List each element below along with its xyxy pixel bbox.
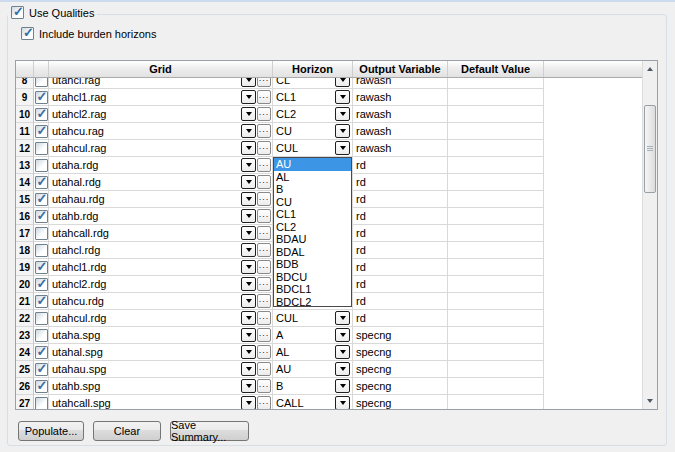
default-value-cell[interactable] — [448, 395, 544, 409]
row-checkbox[interactable] — [35, 108, 48, 121]
scroll-up-button[interactable] — [643, 61, 657, 77]
row-checkbox[interactable] — [35, 278, 48, 291]
horizon-dropdown-button[interactable] — [335, 78, 350, 87]
grid-browse-button[interactable]: ... — [257, 294, 271, 308]
grid-dropdown-button[interactable] — [241, 175, 256, 189]
default-value-cell[interactable] — [448, 157, 544, 174]
use-qualities-checkbox-row[interactable]: Use Qualities — [8, 6, 97, 19]
grid-browse-button[interactable]: ... — [257, 362, 271, 376]
populate-button[interactable]: Populate... — [18, 421, 84, 441]
grid-browse-button[interactable]: ... — [257, 175, 271, 189]
grid-browse-button[interactable]: ... — [257, 192, 271, 206]
dropdown-option[interactable]: CU — [274, 196, 351, 209]
grid-dropdown-button[interactable] — [241, 243, 256, 257]
row-checkbox[interactable] — [35, 142, 48, 155]
default-value-cell[interactable] — [448, 276, 544, 293]
grid-browse-button[interactable]: ... — [257, 328, 271, 342]
horizon-dropdown-button[interactable] — [335, 328, 350, 342]
dropdown-option[interactable]: AU — [274, 158, 351, 171]
default-value-cell[interactable] — [448, 106, 544, 123]
default-value-cell[interactable] — [448, 208, 544, 225]
dropdown-option[interactable]: BDCL2 — [274, 296, 351, 309]
horizon-dropdown-button[interactable] — [335, 345, 350, 359]
horizon-dropdown-button[interactable] — [335, 396, 350, 409]
dropdown-option[interactable]: BDCU — [274, 271, 351, 284]
grid-browse-button[interactable]: ... — [257, 158, 271, 172]
row-checkbox[interactable] — [35, 159, 48, 172]
default-value-cell[interactable] — [448, 140, 544, 157]
default-value-cell[interactable] — [448, 174, 544, 191]
horizon-dropdown-button[interactable] — [335, 311, 350, 325]
dropdown-option[interactable]: AL — [274, 171, 351, 184]
grid-dropdown-button[interactable] — [241, 226, 256, 240]
row-checkbox[interactable] — [35, 125, 48, 138]
row-checkbox[interactable] — [35, 346, 48, 359]
default-value-cell[interactable] — [448, 259, 544, 276]
grid-dropdown-button[interactable] — [241, 379, 256, 393]
row-checkbox[interactable] — [35, 363, 48, 376]
scrollbar-thumb[interactable] — [644, 105, 656, 193]
grid-browse-button[interactable]: ... — [257, 311, 271, 325]
row-checkbox[interactable] — [35, 91, 48, 104]
grid-browse-button[interactable]: ... — [257, 78, 271, 87]
vertical-scrollbar[interactable] — [642, 61, 657, 409]
grid-dropdown-button[interactable] — [241, 78, 256, 87]
grid-browse-button[interactable]: ... — [257, 396, 271, 409]
use-qualities-checkbox[interactable] — [11, 6, 24, 19]
row-checkbox[interactable] — [35, 380, 48, 393]
row-checkbox[interactable] — [35, 295, 48, 308]
grid-browse-button[interactable]: ... — [257, 345, 271, 359]
grid-browse-button[interactable]: ... — [257, 243, 271, 257]
horizon-dropdown-button[interactable] — [335, 362, 350, 376]
grid-dropdown-button[interactable] — [241, 345, 256, 359]
grid-dropdown-button[interactable] — [241, 396, 256, 409]
row-checkbox[interactable] — [35, 210, 48, 223]
row-checkbox[interactable] — [35, 312, 48, 325]
grid-browse-button[interactable]: ... — [257, 379, 271, 393]
header-horizon[interactable]: Horizon — [273, 61, 353, 77]
dropdown-option[interactable]: CL1 — [274, 208, 351, 221]
grid-browse-button[interactable]: ... — [257, 141, 271, 155]
row-checkbox[interactable] — [35, 329, 48, 342]
row-checkbox[interactable] — [35, 176, 48, 189]
default-value-cell[interactable] — [448, 344, 544, 361]
grid-dropdown-button[interactable] — [241, 311, 256, 325]
dropdown-option[interactable]: BDB — [274, 258, 351, 271]
default-value-cell[interactable] — [448, 293, 544, 310]
row-checkbox[interactable] — [35, 227, 48, 240]
include-burden-checkbox-row[interactable]: Include burden horizons — [18, 27, 159, 40]
row-checkbox[interactable] — [35, 193, 48, 206]
row-checkbox[interactable] — [35, 261, 48, 274]
grid-dropdown-button[interactable] — [241, 328, 256, 342]
grid-dropdown-button[interactable] — [241, 362, 256, 376]
row-checkbox[interactable] — [35, 397, 48, 410]
default-value-cell[interactable] — [448, 225, 544, 242]
grid-dropdown-button[interactable] — [241, 209, 256, 223]
row-checkbox[interactable] — [35, 244, 48, 257]
default-value-cell[interactable] — [448, 310, 544, 327]
dropdown-option[interactable]: CL2 — [274, 221, 351, 234]
default-value-cell[interactable] — [448, 327, 544, 344]
default-value-cell[interactable] — [448, 361, 544, 378]
grid-dropdown-button[interactable] — [241, 192, 256, 206]
default-value-cell[interactable] — [448, 89, 544, 106]
grid-dropdown-button[interactable] — [241, 158, 256, 172]
horizon-dropdown-button[interactable] — [335, 379, 350, 393]
default-value-cell[interactable] — [448, 78, 544, 89]
header-default-value[interactable]: Default Value — [448, 61, 544, 77]
grid-dropdown-button[interactable] — [241, 294, 256, 308]
grid-browse-button[interactable]: ... — [257, 226, 271, 240]
default-value-cell[interactable] — [448, 123, 544, 140]
dropdown-option[interactable]: BDAL — [274, 246, 351, 259]
grid-browse-button[interactable]: ... — [257, 124, 271, 138]
grid-dropdown-button[interactable] — [241, 90, 256, 104]
horizon-dropdown-button[interactable] — [335, 141, 350, 155]
dropdown-option[interactable]: BDCL1 — [274, 283, 351, 296]
grid-browse-button[interactable]: ... — [257, 107, 271, 121]
include-burden-checkbox[interactable] — [21, 27, 34, 40]
row-checkbox[interactable] — [35, 78, 48, 87]
dropdown-option[interactable]: BDAU — [274, 233, 351, 246]
grid-dropdown-button[interactable] — [241, 107, 256, 121]
dropdown-option[interactable]: B — [274, 183, 351, 196]
horizon-dropdown-button[interactable] — [335, 124, 350, 138]
